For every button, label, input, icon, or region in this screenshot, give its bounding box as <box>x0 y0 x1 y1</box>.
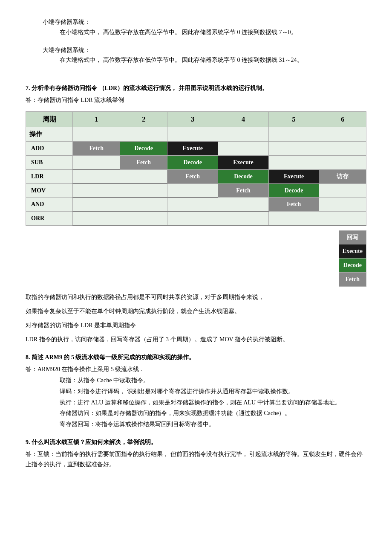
extra-cols-container: 回写 Execute Decode Fetch <box>26 230 366 287</box>
q8-item1: 取指：从指令 Cache 中读取指令。 <box>60 375 366 386</box>
cycle-header: 周期 <box>26 111 73 127</box>
and-u1 <box>73 198 120 212</box>
orr-u6 <box>319 212 366 226</box>
and-u2 <box>120 198 167 212</box>
big-endian-desc: 在大端格式中， 高位数字存放在低位字节中。 因此存储器系统字节 0 连接到数据线… <box>60 55 366 65</box>
sub-col-3 <box>167 127 218 142</box>
ldr-visit: 访存 <box>319 169 366 183</box>
table-row: LDR Fetch Decode Execute 访存 <box>26 169 366 183</box>
add-decode: Decode <box>120 142 167 156</box>
q7-section: 7. 分析带有存储器访问指令 （LDR）的流水线运行情况， 并用图示说明流水线的… <box>26 83 366 345</box>
extra-cols-table: 回写 Execute Decode Fetch <box>339 230 366 287</box>
q7-para1: 取指的存储器访问和执行的数据路径占用都是不可同时共享的资源，对于多周期指令来说， <box>26 292 366 302</box>
ldr-u1 <box>73 169 120 183</box>
orr-u1 <box>73 212 120 226</box>
sub-execute: Execute <box>218 156 269 170</box>
add-fetch: Fetch <box>73 142 120 156</box>
q8-item3: 执行：进行 ALU 运算和移位操作，如果是对存储器操作的指令，则在 ALU 中计… <box>60 398 366 408</box>
add-e5 <box>268 142 319 156</box>
op-add: ADD <box>26 142 73 156</box>
sub-e6 <box>319 156 366 170</box>
op-header: 操作 <box>26 127 73 142</box>
mov-u3 <box>167 183 218 198</box>
q7-para2: 如果指令复杂以至于不能在单个时钟周期内完成执行阶段，就会产生流水线阻塞。 <box>26 306 366 317</box>
op-sub: SUB <box>26 156 73 170</box>
q7-para3: 对存储器的访问指令 LDR 是非单周期指令 <box>26 320 366 331</box>
col-1: 1 <box>73 111 120 127</box>
and-u4 <box>218 198 269 212</box>
sub-fetch: Fetch <box>120 156 167 170</box>
q7-para4: LDR 指令的执行，访问存储器，回写寄存器（占用了 3 个周期）。造成了 MOV… <box>26 334 366 345</box>
op-orr: ORR <box>26 212 73 226</box>
pipeline-table: 周期 1 2 3 4 5 6 操作 <box>26 111 366 226</box>
q8-item2: 译码：对指令进行译码， 识别出是对哪个寄存器进行操作并从通用寄存器中读取操作数。 <box>60 386 366 397</box>
col-5: 5 <box>268 111 319 127</box>
table-row: ORR <box>26 212 366 226</box>
q8-item5: 寄存器回写：将指令运算或操作结果写回到目标寄存器中。 <box>60 419 366 430</box>
and-e6 <box>319 198 366 212</box>
orr-u4 <box>218 212 269 226</box>
sub-col-6 <box>319 127 366 142</box>
add-e4 <box>218 142 269 156</box>
mov-fetch: Fetch <box>218 183 269 198</box>
q9-question: 9. 什么叫流水线互锁？应如何来解决，举例说明。 <box>26 437 366 447</box>
q8-question: 8. 简述 ARM9 的 5 级流水线每一级所完成的功能和实现的操作。 <box>26 352 366 363</box>
ldr-u2 <box>120 169 167 183</box>
q7-answer-prefix: 答：存储器访问指令 LDR 流水线举例 <box>26 95 366 105</box>
col-6: 6 <box>319 111 366 127</box>
and-u3 <box>167 198 218 212</box>
mov-e6 <box>319 183 366 198</box>
little-endian-section: 小端存储器系统： 在小端格式中， 高位数字存放在高位字节中。 因此存储器系统字节… <box>26 17 366 38</box>
sub-col-1 <box>73 127 120 142</box>
col-3: 3 <box>167 111 218 127</box>
sub-col-4 <box>218 127 269 142</box>
mov-u2 <box>120 183 167 198</box>
op-and: AND <box>26 198 73 212</box>
sub-col-5 <box>268 127 319 142</box>
sub-u1 <box>73 156 120 170</box>
pipeline-table-container: 周期 1 2 3 4 5 6 操作 <box>26 111 366 226</box>
orr-u2 <box>120 212 167 226</box>
add-e6 <box>319 142 366 156</box>
q8-item4: 存储器访问：如果是对存储器访问的指令，用来实现数据缓冲功能（通过数据 Cache… <box>60 408 366 418</box>
q9-answer: 答：互锁：当前指令的执行需要前面指令的执行结果， 但前面的指令没有执行完毕， 引… <box>26 449 366 470</box>
q8-section: 8. 简述 ARM9 的 5 级流水线每一级所完成的功能和实现的操作。 答：AR… <box>26 352 366 430</box>
table-row: MOV Fetch Decode <box>26 183 366 198</box>
mov-execute: Execute <box>339 244 366 259</box>
table-row: SUB Fetch Decode Execute <box>26 156 366 170</box>
q8-answer-prefix: 答：ARM920 在指令操作上采用 5 级流水线 . <box>26 364 366 375</box>
mov-decode: Decode <box>268 183 319 198</box>
sub-decode: Decode <box>167 156 218 170</box>
big-endian-title: 大端存储器系统： <box>43 45 366 55</box>
orr-fetch: Fetch <box>339 272 366 286</box>
col-4: 4 <box>218 111 269 127</box>
ldr-writeback: 回写 <box>339 230 366 244</box>
add-execute: Execute <box>167 142 218 156</box>
table-row: AND Fetch <box>26 198 366 212</box>
op-mov: MOV <box>26 183 73 198</box>
ldr-execute: Execute <box>268 169 319 183</box>
sub-col-2 <box>120 127 167 142</box>
ldr-decode: Decode <box>218 169 269 183</box>
little-endian-title: 小端存储器系统： <box>43 17 366 27</box>
and-fetch: Fetch <box>268 198 319 212</box>
ldr-fetch: Fetch <box>167 169 218 183</box>
big-endian-section: 大端存储器系统： 在大端格式中， 高位数字存放在低位字节中。 因此存储器系统字节… <box>26 45 366 66</box>
orr-u5 <box>268 212 319 226</box>
op-ldr: LDR <box>26 169 73 183</box>
mov-u1 <box>73 183 120 198</box>
col-2: 2 <box>120 111 167 127</box>
q7-question: 7. 分析带有存储器访问指令 （LDR）的流水线运行情况， 并用图示说明流水线的… <box>26 83 366 93</box>
table-row: ADD Fetch Decode Execute <box>26 142 366 156</box>
orr-u3 <box>167 212 218 226</box>
and-decode: Decode <box>339 259 366 273</box>
sub-e5 <box>268 156 319 170</box>
q9-section: 9. 什么叫流水线互锁？应如何来解决，举例说明。 答：互锁：当前指令的执行需要前… <box>26 437 366 469</box>
little-endian-desc: 在小端格式中， 高位数字存放在高位字节中。 因此存储器系统字节 0 连接到数据线… <box>60 27 366 38</box>
